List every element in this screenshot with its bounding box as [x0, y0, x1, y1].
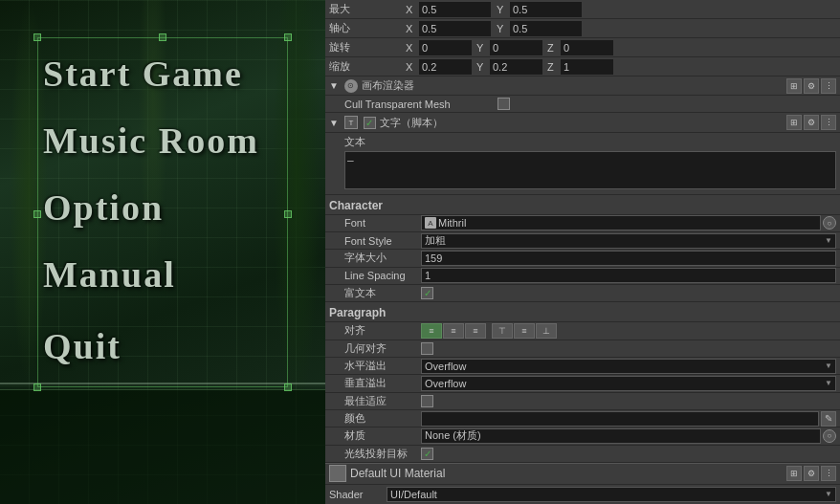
font-circle-btn[interactable]: ○ [823, 216, 836, 230]
max-y-input[interactable] [510, 2, 582, 17]
character-header: Character [325, 195, 840, 215]
scale-z-input[interactable] [561, 59, 613, 75]
pivot-y-input[interactable] [510, 21, 582, 36]
text-component-title: 文字（脚本） [380, 116, 783, 130]
pivot-label: 轴心 [329, 21, 406, 35]
pivot-fields: X Y [406, 21, 836, 36]
align-mid-btn[interactable]: ≡ [514, 323, 535, 339]
canvas-renderer-icons: ⊞ ⚙ ⋮ [786, 78, 836, 94]
scale-x-input[interactable] [419, 59, 472, 75]
overflow-h-text: Overflow [425, 361, 466, 372]
shader-dropdown[interactable]: UI/Default ▼ [387, 487, 836, 502]
y-axis-label: Y [497, 4, 506, 15]
canvas-renderer-btn2[interactable]: ⚙ [804, 78, 819, 94]
align-bottom-btn[interactable]: ⊥ [536, 323, 557, 339]
pivot-row: 轴心 X Y [325, 19, 840, 38]
align-label: 对齐 [344, 323, 421, 338]
overflow-v-dropdown[interactable]: Overflow ▼ [421, 376, 836, 391]
menu-item-music-room: Music Room [43, 120, 259, 162]
menu-item-quit: Quit [43, 325, 122, 367]
canvas-renderer-header: ▼ ⊙ 画布渲染器 ⊞ ⚙ ⋮ [325, 77, 840, 96]
rich-text-checkbox[interactable]: ✓ [421, 287, 433, 299]
geo-align-checkbox[interactable] [421, 342, 433, 355]
material-circle-btn[interactable]: ○ [823, 429, 836, 443]
material-btn1[interactable]: ⊞ [786, 466, 802, 481]
material-btn2[interactable]: ⚙ [804, 466, 819, 481]
text-component-btn1[interactable]: ⊞ [786, 115, 802, 130]
text-content-input[interactable]: — [344, 151, 836, 189]
geo-align-value [421, 342, 836, 355]
shader-row: Shader UI/Default ▼ [325, 485, 840, 504]
handle-mid-left[interactable] [33, 210, 41, 218]
overflow-h-value: Overflow ▼ [421, 359, 836, 374]
canvas-renderer-title: 画布渲染器 [362, 78, 783, 93]
canvas-renderer-btn1[interactable]: ⊞ [786, 78, 802, 94]
material-row: 材质 None (材质) ○ [325, 427, 840, 445]
align-center-btn[interactable]: ≡ [443, 323, 464, 339]
canvas-renderer-btn3[interactable]: ⋮ [821, 78, 836, 94]
line-spacing-label: Line Spacing [344, 270, 421, 281]
color-row: 颜色 ✎ [325, 410, 840, 427]
handle-top-right[interactable] [284, 33, 292, 41]
align-left-btn[interactable]: ≡ [421, 323, 442, 339]
rot-z-label: Z [547, 42, 557, 54]
transform-properties: 最大 X Y 轴心 X Y 旋转 X Y [325, 0, 840, 77]
font-style-text: 加粗 [425, 233, 446, 248]
geo-align-label: 几何对齐 [344, 341, 421, 356]
pivot-x-input[interactable] [419, 21, 491, 36]
handle-bottom-left[interactable] [33, 383, 41, 391]
overflow-h-dropdown[interactable]: Overflow ▼ [421, 359, 836, 374]
align-right-btn[interactable]: ≡ [465, 323, 486, 339]
raycast-label: 光线投射目标 [344, 447, 421, 461]
text-component-btn3[interactable]: ⋮ [821, 115, 836, 130]
rot-y-input[interactable] [490, 40, 542, 55]
handle-bottom-right[interactable] [284, 383, 292, 391]
shader-arrow: ▼ [825, 490, 832, 498]
best-fit-value [421, 395, 836, 407]
align-value: ≡ ≡ ≡ ⊤ ≡ ⊥ [421, 323, 836, 339]
align-row: 对齐 ≡ ≡ ≡ ⊤ ≡ ⊥ [325, 322, 840, 340]
overflow-h-row: 水平溢出 Overflow ▼ [325, 358, 840, 375]
font-size-input[interactable] [421, 251, 836, 266]
rot-z-input[interactable] [561, 40, 613, 55]
font-value-text: Mithril [438, 217, 466, 229]
best-fit-checkbox[interactable] [421, 395, 433, 407]
text-component-icons: ⊞ ⚙ ⋮ [786, 115, 836, 130]
handle-top-left[interactable] [33, 33, 41, 41]
overflow-v-arrow: ▼ [825, 379, 832, 387]
cull-transparent-checkbox[interactable] [497, 98, 510, 110]
paragraph-header: Paragraph [325, 302, 840, 322]
color-swatch[interactable] [421, 411, 819, 427]
font-icon: A [425, 217, 436, 229]
material-text: None (材质) [425, 428, 481, 443]
font-style-dropdown[interactable]: 加粗 ▼ [421, 233, 836, 249]
raycast-checkbox[interactable]: ✓ [421, 448, 433, 460]
handle-mid-right[interactable] [284, 210, 292, 218]
material-preview-swatch [329, 465, 346, 482]
line-spacing-row: Line Spacing [325, 268, 840, 285]
font-label: Font [344, 217, 421, 229]
scale-y-input[interactable] [490, 59, 542, 75]
overflow-v-row: 垂直溢出 Overflow ▼ [325, 375, 840, 392]
line-spacing-input[interactable] [421, 268, 836, 283]
font-style-value: 加粗 ▼ [421, 233, 836, 249]
cull-transparent-label: Cull Transparent Mesh [344, 99, 497, 110]
rich-text-label: 富文本 [344, 286, 421, 300]
rot-y-label: Y [476, 42, 486, 54]
text-fold-arrow[interactable]: ▼ [329, 118, 339, 128]
material-btn3[interactable]: ⋮ [821, 466, 836, 481]
rot-x-input[interactable] [419, 40, 472, 55]
max-row: 最大 X Y [325, 0, 840, 19]
canvas-fold-arrow[interactable]: ▼ [329, 80, 339, 91]
text-enabled-checkbox[interactable]: ✓ [364, 117, 376, 129]
rich-text-row: 富文本 ✓ [325, 285, 840, 302]
font-dropdown[interactable]: A Mithril [421, 215, 821, 230]
max-x-input[interactable] [419, 2, 491, 17]
align-top-btn[interactable]: ⊤ [492, 323, 513, 339]
handle-top-center[interactable] [159, 33, 166, 41]
color-value: ✎ [421, 411, 836, 427]
text-component-btn2[interactable]: ⚙ [804, 115, 819, 130]
color-picker-btn[interactable]: ✎ [821, 411, 836, 427]
rot-x-label: X [406, 42, 415, 54]
material-dropdown[interactable]: None (材质) [421, 428, 821, 444]
